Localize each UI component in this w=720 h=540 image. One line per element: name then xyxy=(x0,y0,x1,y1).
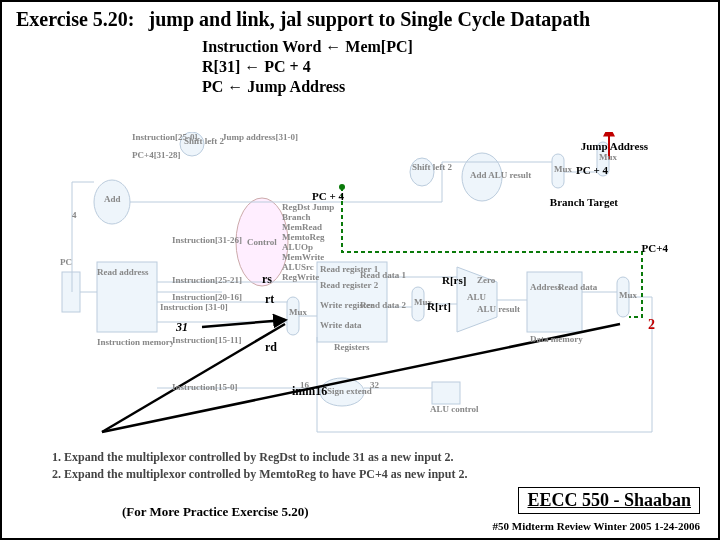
rtl-line2b: PC + 4 xyxy=(260,58,310,75)
label-readdata1: Read data 1 xyxy=(360,270,406,280)
label-32: 32 xyxy=(370,380,379,390)
label-readreg2: Read register 2 xyxy=(320,280,378,290)
label-readdata: Read data xyxy=(558,282,597,292)
label-alu: ALU xyxy=(467,292,486,302)
label-instrmem: Instruction memory xyxy=(97,337,174,347)
label-Rrs: R[rs] xyxy=(442,274,466,286)
label-aluresult: ALU result xyxy=(477,304,520,314)
label-imm16: imm16 xyxy=(292,384,327,399)
rtl-block: Instruction Word ← Mem[PC] R[31] ← PC + … xyxy=(202,37,718,97)
label-address: Address xyxy=(530,282,561,292)
label-regwrite: RegWrite xyxy=(282,272,319,282)
label-four: 4 xyxy=(72,210,77,220)
label-jaddr31-0: Jump address[31-0] xyxy=(222,132,298,142)
label-regdst-jump: RegDst Jump xyxy=(282,202,334,212)
label-alusrc: ALUSrc xyxy=(282,262,314,272)
label-datamem: Data memory xyxy=(530,334,583,344)
label-rd: rd xyxy=(265,340,277,355)
label-branch-target: Branch Target xyxy=(550,196,618,208)
rtl-line1b: Mem[PC] xyxy=(341,38,413,55)
arrow-icon: ← xyxy=(244,58,260,75)
svg-rect-7 xyxy=(432,382,460,404)
label-Rrt: R[rt] xyxy=(427,300,451,312)
arrow-icon: ← xyxy=(227,78,243,95)
label-memtoreg: MemtoReg xyxy=(282,232,324,242)
label-addalu: Add ALU result xyxy=(470,170,531,180)
label-control: Control xyxy=(247,237,277,247)
slide-title: jump and link, jal support to Single Cyc… xyxy=(149,8,591,31)
label-add: Add xyxy=(104,194,121,204)
rtl-line3a: PC xyxy=(202,78,227,95)
label-signext: Sign extend xyxy=(327,386,372,396)
label-instr25-21: Instruction[25-21] xyxy=(172,275,242,285)
label-shiftleft2: Shift left 2 xyxy=(184,136,224,146)
label-mux1: Mux xyxy=(289,307,307,317)
label-mux4: Mux xyxy=(554,164,572,174)
arrow-icon: ← xyxy=(325,38,341,55)
label-shiftleft2b: Shift left 2 xyxy=(412,162,452,172)
label-readaddr: Read address xyxy=(97,267,149,277)
label-instr31-26: Instruction[31-26] xyxy=(172,235,242,245)
label-writedata: Write data xyxy=(320,320,362,330)
label-alucontrol: ALU control xyxy=(430,404,479,414)
label-instr15-0: Instruction[15-0] xyxy=(172,382,238,392)
label-rt: rt xyxy=(265,292,274,307)
label-instr15-11: Instruction[15-11] xyxy=(172,335,242,345)
mod-2: 2. Expand the multiplexor controlled by … xyxy=(52,467,467,482)
label-zero: Zero xyxy=(477,275,495,285)
label-pc: PC xyxy=(60,257,72,267)
svg-rect-5 xyxy=(527,272,582,332)
label-readdata2: Read data 2 xyxy=(360,300,406,310)
label-aluop: ALUOp xyxy=(282,242,313,252)
modification-list: 1. Expand the multiplexor controlled by … xyxy=(52,450,467,484)
rtl-line3b: Jump Address xyxy=(243,78,345,95)
label-regs: Registers xyxy=(334,342,370,352)
label-memread: MemRead xyxy=(282,222,322,232)
rtl-line1a: Instruction Word xyxy=(202,38,325,55)
label-mux-input-2a: 2 xyxy=(648,317,655,333)
practice-note: (For More Practice Exercise 5.20) xyxy=(122,504,309,520)
label-instr31-0: Instruction [31-0] xyxy=(160,302,228,312)
label-mux5: Mux xyxy=(599,152,617,162)
label-memwrite: MemWrite xyxy=(282,252,324,262)
label-pc4-31-28: PC+4[31-28] xyxy=(132,150,181,160)
label-pc4-right: PC+4 xyxy=(642,242,668,254)
label-pc4-node: PC + 4 xyxy=(312,190,344,202)
datapath-diagram: PC Read address Instruction memory Instr… xyxy=(42,132,682,452)
label-instr20-16: Instruction[20-16] xyxy=(172,292,242,302)
rtl-line2a: R[31] xyxy=(202,58,244,75)
label-pc4-top: PC + 4 xyxy=(576,164,608,176)
label-rs: rs xyxy=(262,272,272,287)
label-jump-address: Jump Address xyxy=(581,140,648,152)
label-const31: 31 xyxy=(176,320,188,335)
label-mux3: Mux xyxy=(619,290,637,300)
footer-meta: #50 Midterm Review Winter 2005 1-24-2006 xyxy=(493,520,700,532)
mod-1: 1. Expand the multiplexor controlled by … xyxy=(52,450,467,465)
label-branch: Branch xyxy=(282,212,311,222)
svg-rect-0 xyxy=(62,272,80,312)
course-footer: EECC 550 - Shaaban xyxy=(518,487,700,514)
exercise-label: Exercise 5.20: xyxy=(16,8,135,31)
